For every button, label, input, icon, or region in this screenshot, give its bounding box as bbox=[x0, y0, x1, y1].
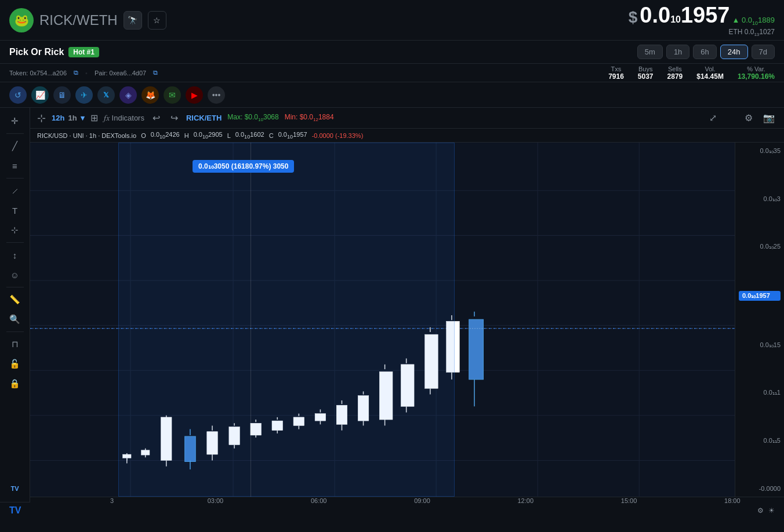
redo-button[interactable]: ↪ bbox=[168, 111, 180, 125]
social-row: ↺ 📈 🖥 ✈ 𝕏 ◈ 🦊 ✉ ▶ ••• bbox=[0, 82, 784, 108]
indicators-icon: 𝑓𝑥 bbox=[104, 113, 110, 123]
tf-6h[interactable]: 6h bbox=[693, 45, 716, 59]
monitor-icon[interactable]: 🖥 bbox=[53, 86, 71, 104]
crosshair-tool[interactable]: ✛ bbox=[5, 112, 26, 130]
open-value: 0.0102426 bbox=[151, 131, 180, 140]
refresh-icon[interactable]: ↺ bbox=[9, 86, 27, 104]
ruler-tool[interactable]: 📏 bbox=[5, 291, 26, 308]
candlestick-area[interactable]: 0.0₁₀3050 (16180.97%) 3050 bbox=[30, 143, 735, 497]
svg-rect-50 bbox=[379, 371, 393, 420]
high-value: 0.0102905 bbox=[194, 131, 223, 140]
svg-rect-32 bbox=[251, 423, 262, 435]
time-label-1800: 18:00 bbox=[681, 497, 784, 504]
chart-main: ⊹ 12h 1h ▾ ⊞ 𝑓𝑥 Indicators ↩ ↪ RICK/ETH … bbox=[30, 108, 784, 502]
svg-rect-26 bbox=[207, 432, 218, 454]
measure-tool[interactable]: ↕ bbox=[5, 246, 26, 264]
bottom-right-controls: ⚙ ☀ bbox=[757, 507, 775, 515]
lock-open-icon[interactable]: 🔓 bbox=[5, 355, 26, 373]
tf-7d[interactable]: 7d bbox=[752, 45, 775, 59]
tradingview-logo: TV bbox=[9, 505, 21, 516]
stats-row: Txs 7916 Buys 5037 Sells 2879 Vol. $14.4… bbox=[608, 65, 775, 81]
favorite-icon[interactable]: ☆ bbox=[148, 11, 166, 30]
address-info: Token: 0x754...a206 ⧉ • Pair: 0xea6...4d… bbox=[9, 69, 158, 76]
telegram-icon[interactable]: ✈ bbox=[75, 86, 93, 104]
magnet-tool[interactable]: ⊓ bbox=[5, 336, 26, 353]
bottom-settings-icon[interactable]: ⚙ bbox=[757, 507, 764, 515]
tv-icon: TV bbox=[9, 505, 21, 516]
text-tool[interactable]: T bbox=[5, 202, 26, 219]
svg-rect-35 bbox=[272, 421, 283, 431]
fox-icon[interactable]: 🦊 bbox=[141, 86, 159, 104]
mail-icon[interactable]: ✉ bbox=[164, 86, 181, 104]
more-icon[interactable]: ••• bbox=[208, 86, 225, 104]
svg-rect-18 bbox=[141, 450, 150, 455]
twitter-icon[interactable]: 𝕏 bbox=[97, 86, 115, 104]
svg-rect-59 bbox=[447, 322, 460, 373]
copy-pair-icon[interactable]: ⧉ bbox=[153, 69, 158, 76]
binoculars-icon[interactable]: 🔭 bbox=[124, 11, 142, 30]
stat-buys: Buys 5037 bbox=[638, 65, 654, 81]
price-level-011: 0.0₁₁1 bbox=[739, 389, 781, 396]
header-left: 🐸 RICK/WETH 🔭 ☆ bbox=[9, 8, 166, 32]
token-symbol: RICK bbox=[39, 12, 72, 28]
svg-rect-44 bbox=[336, 405, 347, 424]
toolbar-separator-5 bbox=[6, 331, 24, 332]
zoom-tool[interactable]: 🔍 bbox=[5, 311, 26, 328]
price-change: ▲ 0.0101889 bbox=[732, 16, 775, 26]
ohlc-indicator-icon[interactable]: ⊞ bbox=[90, 112, 98, 123]
time-label-0300: 03:00 bbox=[164, 497, 267, 504]
bottom-sun-icon[interactable]: ☀ bbox=[768, 507, 775, 515]
price-level-03: 0.0₁₀3 bbox=[739, 195, 781, 203]
high-label: H bbox=[184, 132, 189, 139]
price-level-035: 0.0₁₀35 bbox=[739, 147, 781, 155]
top-header: 🐸 RICK/WETH 🔭 ☆ $ 0.0101957 ▲ 0.0101889 … bbox=[0, 0, 784, 41]
token-pair: WETH bbox=[77, 12, 118, 28]
ohlc-pair: RICK/USD · UNI · 1h · DEXTools.io bbox=[37, 132, 136, 139]
screenshot-button[interactable]: 📷 bbox=[761, 111, 777, 125]
token-separator: / bbox=[72, 12, 77, 28]
candlestick-chart bbox=[30, 143, 735, 497]
svg-rect-23 bbox=[185, 436, 196, 461]
open-label: O bbox=[141, 132, 146, 139]
settings-button[interactable]: ⚙ bbox=[742, 111, 755, 125]
indicators-button[interactable]: 𝑓𝑥 Indicators bbox=[104, 113, 144, 123]
lock-icon[interactable]: 🔒 bbox=[5, 375, 26, 392]
chart-interval-selector[interactable]: 12h 1h ▾ bbox=[52, 114, 85, 122]
chart-analytics-icon[interactable]: 📈 bbox=[31, 86, 49, 104]
price-axis: 0.0₁₀35 0.0₁₀3 0.0₁₀25 0.0₁₀1957 0.0₁₀15… bbox=[735, 143, 784, 497]
pair-address: Pair: 0xea6...4d07 bbox=[95, 70, 146, 76]
crosshair-icon[interactable]: ⊹ bbox=[37, 112, 46, 125]
svg-rect-62 bbox=[469, 319, 484, 379]
ray-tool[interactable]: ⟋ bbox=[5, 182, 26, 199]
time-label-0900: 09:00 bbox=[371, 497, 474, 504]
line-tool[interactable]: ╱ bbox=[5, 137, 26, 155]
horizontal-line-tool[interactable]: ≡ bbox=[5, 157, 26, 174]
tf-1h[interactable]: 1h bbox=[666, 45, 689, 59]
chart-body: 0.0₁₀3050 (16180.97%) 3050 bbox=[30, 143, 784, 497]
stat-var: % Var. 13,790.16% bbox=[738, 65, 775, 81]
svg-rect-53 bbox=[401, 365, 414, 406]
price-level-015: 0.0₁₀15 bbox=[739, 341, 781, 349]
toolbar-separator-2 bbox=[6, 178, 24, 178]
copy-token-icon[interactable]: ⧉ bbox=[74, 69, 78, 76]
fullscreen-button[interactable]: ⤢ bbox=[707, 111, 719, 125]
path-tool[interactable]: ⊹ bbox=[5, 221, 26, 239]
time-label-3: 3 bbox=[60, 497, 164, 504]
price-level-0000: -0.0000 bbox=[739, 485, 781, 492]
emoji-tool[interactable]: ☺ bbox=[5, 266, 26, 283]
youtube-icon[interactable]: ▶ bbox=[186, 86, 203, 104]
close-value: 0.0101957 bbox=[278, 131, 307, 140]
time-label-1200: 12:00 bbox=[474, 497, 577, 504]
time-label-0600: 06:00 bbox=[267, 497, 371, 504]
tf-5m[interactable]: 5m bbox=[637, 45, 663, 59]
discord-icon[interactable]: ◈ bbox=[119, 86, 137, 104]
third-row: Token: 0x754...a206 ⧉ • Pair: 0xea6...4d… bbox=[0, 64, 784, 82]
indicators-label: Indicators bbox=[112, 114, 144, 122]
tradingview-logo[interactable]: TV bbox=[5, 480, 26, 497]
chart-toolbar: ⊹ 12h 1h ▾ ⊞ 𝑓𝑥 Indicators ↩ ↪ RICK/ETH … bbox=[30, 108, 784, 129]
svg-rect-20 bbox=[161, 417, 172, 461]
tf-24h[interactable]: 24h bbox=[720, 45, 748, 59]
svg-rect-15 bbox=[123, 454, 131, 458]
undo-button[interactable]: ↩ bbox=[150, 111, 162, 125]
bottom-row: TV ⚙ ☀ bbox=[0, 502, 784, 518]
